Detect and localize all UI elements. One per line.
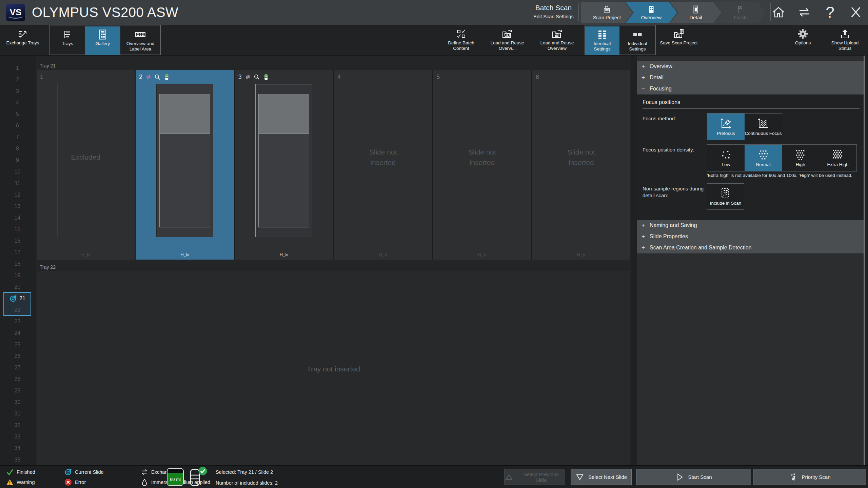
section-detail[interactable]: +Detail bbox=[637, 72, 865, 83]
density-high-button[interactable]: High bbox=[782, 145, 819, 171]
section-slide-properties[interactable]: +Slide Properties bbox=[637, 231, 865, 242]
tray-list-item-10[interactable]: 10 bbox=[0, 166, 35, 178]
trays-view-button[interactable]: Trays bbox=[50, 26, 85, 55]
continuous-focus-button[interactable]: Continuous Focus bbox=[745, 114, 782, 140]
section-naming-and-saving[interactable]: +Naming and Saving bbox=[637, 220, 865, 231]
view-mode-group: Trays Gallery Overview and Label Area bbox=[50, 25, 161, 55]
tray-list-item-8[interactable]: 8 bbox=[0, 143, 35, 155]
tray-list-item-19[interactable]: 19 bbox=[0, 270, 35, 281]
slide-sample-icon bbox=[145, 74, 152, 80]
slide-number: 1 bbox=[40, 74, 43, 81]
panel-scrollbar[interactable] bbox=[864, 56, 865, 465]
immersion-volume-badge: 60 ml bbox=[167, 468, 184, 486]
tray-list-item-17[interactable]: 17 bbox=[0, 247, 35, 258]
content-area: 1234567891011121314151617181920212223242… bbox=[0, 56, 868, 465]
density-low-button[interactable]: Low bbox=[707, 145, 745, 171]
slide-number: 4 bbox=[337, 74, 341, 81]
slide-cell-4[interactable]: 4Slide not insertedH_E bbox=[334, 70, 432, 260]
slide-cell-2[interactable]: 2H_E bbox=[136, 70, 234, 260]
tray-list-item-32[interactable]: 32 bbox=[0, 420, 35, 431]
tray-list-item-14[interactable]: 14 bbox=[0, 212, 35, 224]
slide-number: 5 bbox=[436, 74, 440, 81]
close-button[interactable] bbox=[847, 4, 865, 21]
tray-list-item-21[interactable]: 21 bbox=[0, 293, 35, 304]
slide-cell-5[interactable]: 5Slide not insertedH_E bbox=[433, 70, 531, 260]
tray-list-item-16[interactable]: 16 bbox=[0, 235, 35, 247]
exchange-trays-button[interactable]: Exchange Trays bbox=[3, 26, 43, 54]
step-detail[interactable]: Detail bbox=[670, 2, 722, 23]
slide-cell-6[interactable]: 6Slide not insertedH_E bbox=[532, 70, 630, 260]
slide-preview[interactable] bbox=[255, 84, 312, 237]
tray-list-item-30[interactable]: 30 bbox=[0, 396, 35, 408]
identical-settings-button[interactable]: Identical Settings bbox=[585, 26, 619, 55]
show-upload-status-button[interactable]: Show Upload Status bbox=[825, 26, 865, 54]
target-icon bbox=[64, 468, 72, 476]
slide-cell-1[interactable]: 1ExcludedH_E bbox=[37, 70, 135, 260]
stain-label: H_E bbox=[37, 252, 135, 257]
home-button[interactable] bbox=[770, 4, 787, 21]
tray-list-item-26[interactable]: 26 bbox=[0, 350, 35, 362]
tray-list-item-9[interactable]: 9 bbox=[0, 155, 35, 166]
tray-list-item-2[interactable]: 2 bbox=[0, 74, 35, 85]
priority-scan-button[interactable]: Priority Scan bbox=[753, 469, 866, 485]
tray-list-item-22[interactable]: 22 bbox=[0, 304, 35, 316]
tray-list-item-31[interactable]: 31 bbox=[0, 408, 35, 420]
load-reuse-overviews-button[interactable]: Load and Reuse Overvi... bbox=[485, 26, 530, 54]
section-overview[interactable]: +Overview bbox=[637, 61, 865, 72]
select-previous-slide-button[interactable]: Select Previous Slide bbox=[504, 469, 565, 485]
tray-list-item-23[interactable]: 23 bbox=[0, 316, 35, 327]
define-batch-content-button[interactable]: Define Batch Content bbox=[441, 26, 481, 54]
step-scan-project[interactable]: Scan Project bbox=[581, 2, 633, 23]
mode-subtitle: Edit Scan Settings bbox=[531, 13, 576, 20]
tray-list-item-33[interactable]: 33 bbox=[0, 431, 35, 443]
help-button[interactable]: ? bbox=[821, 4, 839, 21]
density-low-icon bbox=[719, 148, 733, 161]
tray-list-item-25[interactable]: 25 bbox=[0, 339, 35, 350]
toolbar-right: Options Show Upload Status bbox=[785, 25, 865, 54]
step-overview[interactable]: Overview bbox=[626, 2, 677, 23]
tray-list-item-13[interactable]: 13 bbox=[0, 201, 35, 212]
tray-list-item-24[interactable]: 24 bbox=[0, 327, 35, 339]
include-in-scan-icon bbox=[719, 187, 732, 200]
individual-settings-button[interactable]: Individual Settings bbox=[619, 26, 655, 55]
section-focusing[interactable]: −Focusing bbox=[637, 83, 865, 95]
tray-list-item-11[interactable]: 11 bbox=[0, 178, 35, 189]
start-scan-button[interactable]: Start Scan bbox=[636, 469, 751, 485]
slide-preview[interactable] bbox=[156, 84, 213, 237]
tray-list-item-3[interactable]: 3 bbox=[0, 85, 35, 97]
density-extra-high-button[interactable]: Extra High bbox=[819, 145, 856, 171]
tray-list-item-12[interactable]: 12 bbox=[0, 189, 35, 201]
exchange-button[interactable] bbox=[795, 4, 813, 21]
prefocus-button[interactable]: Prefocus bbox=[707, 114, 745, 140]
tray-list-item-28[interactable]: 28 bbox=[0, 373, 35, 385]
save-scan-project-button[interactable]: Save Scan Project bbox=[659, 26, 698, 54]
upload-icon bbox=[839, 28, 851, 39]
tray-list-item-1[interactable]: 1 bbox=[0, 62, 35, 74]
overview-label-area-button[interactable]: Overview and Label Area bbox=[120, 26, 160, 55]
immersion-slide-icon bbox=[163, 74, 170, 80]
gallery-view-button[interactable]: Gallery bbox=[85, 26, 120, 55]
tray-list-item-35[interactable]: 35 bbox=[0, 454, 35, 466]
magnifier-icon[interactable] bbox=[154, 74, 161, 80]
options-button[interactable]: Options bbox=[785, 26, 821, 54]
workflow-steps: Scan Project Overview Detail Finish bbox=[581, 2, 766, 23]
slide-cell-header: 1 bbox=[37, 70, 135, 81]
density-normal-button[interactable]: Normal bbox=[745, 145, 782, 171]
slide-cell-3[interactable]: 3H_E bbox=[235, 70, 333, 260]
tray-list-item-29[interactable]: 29 bbox=[0, 385, 35, 396]
tray-list-item-18[interactable]: 18 bbox=[0, 258, 35, 270]
tray-list-item-7[interactable]: 7 bbox=[0, 131, 35, 143]
tray-list-item-4[interactable]: 4 bbox=[0, 97, 35, 108]
tray-list-item-27[interactable]: 27 bbox=[0, 362, 35, 373]
magnifier-icon[interactable] bbox=[254, 74, 260, 80]
section-scan-area-creation-and-sample-detection[interactable]: +Scan Area Creation and Sample Detection bbox=[637, 242, 865, 253]
select-next-slide-button[interactable]: Select Next Slide bbox=[571, 469, 632, 485]
tray-list-item-34[interactable]: 34 bbox=[0, 443, 35, 454]
tray-list-item-6[interactable]: 6 bbox=[0, 120, 35, 131]
tray-list-item-20[interactable]: 20 bbox=[0, 281, 35, 293]
tray-list-item-15[interactable]: 15 bbox=[0, 224, 35, 235]
tray-list-item-5[interactable]: 5 bbox=[0, 108, 35, 120]
include-in-scan-button[interactable]: Include in Scan bbox=[707, 183, 744, 210]
load-reuse-overview-button[interactable]: Load and Reuse Overview bbox=[533, 26, 581, 54]
tray-21-slide-grid: 1ExcludedH_E2H_E3H_E4Slide not insertedH… bbox=[37, 70, 630, 260]
